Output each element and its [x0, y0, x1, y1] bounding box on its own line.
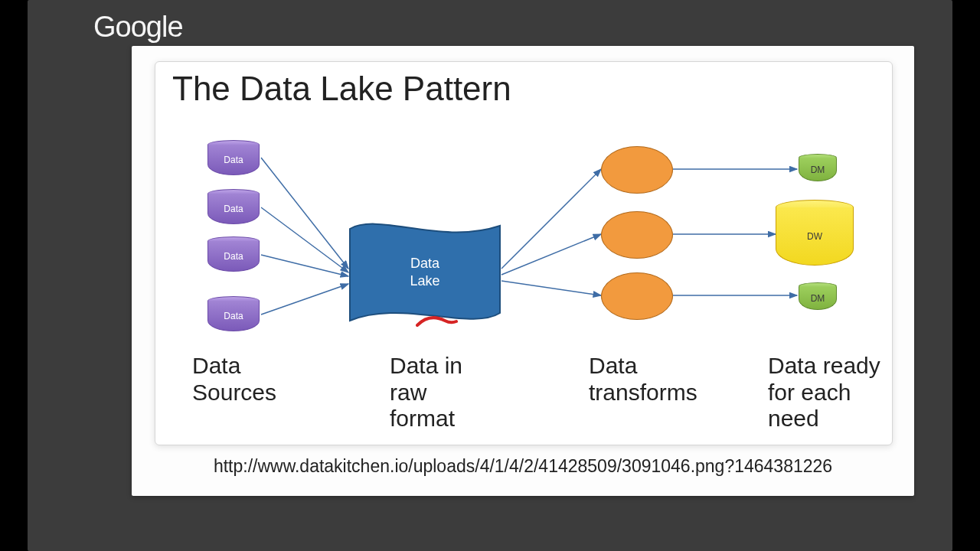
google-watermark: Google [93, 11, 183, 44]
data-lake-label-line1: Data [410, 256, 439, 271]
data-mart-cylinder: DM [799, 154, 837, 181]
data-source-cylinder: Data [207, 236, 260, 272]
svg-line-4 [501, 169, 601, 269]
data-warehouse-label: DW [807, 231, 822, 242]
data-source-cylinder: Data [207, 140, 260, 175]
data-lake-label-line2: Lake [410, 273, 439, 289]
data-warehouse-cylinder: DW [776, 200, 854, 266]
svg-line-0 [261, 158, 348, 269]
slide-source-caption: http://www.datakitchen.io/uploads/4/1/4/… [132, 456, 914, 477]
column-label-sources: Data Sources [192, 353, 292, 406]
data-source-label: Data [224, 204, 243, 214]
svg-line-3 [261, 284, 348, 315]
svg-line-1 [261, 207, 348, 272]
slide-inner-card: The Data Lake Pattern [155, 61, 893, 445]
svg-line-6 [501, 281, 601, 295]
data-source-cylinder: Data [207, 296, 260, 331]
svg-line-5 [501, 234, 601, 275]
svg-line-2 [261, 255, 348, 276]
transform-node [601, 272, 673, 320]
data-mart-label: DM [811, 293, 825, 304]
data-lake-shape: Data Lake [348, 215, 501, 330]
red-annotation-squiggle [416, 315, 458, 328]
slide-outer-card: The Data Lake Pattern [132, 46, 914, 496]
column-label-transforms: Data transforms [589, 353, 727, 406]
transform-node [601, 211, 673, 259]
video-stage: Google The Data Lake Pattern [28, 0, 952, 551]
data-mart-label: DM [811, 165, 825, 175]
data-source-label: Data [224, 155, 243, 165]
slide-title: The Data Lake Pattern [172, 70, 511, 108]
data-source-label: Data [224, 311, 243, 321]
data-source-label: Data [224, 251, 243, 262]
column-label-ready: Data ready for each need [768, 353, 890, 432]
diagram-area: Data Data Data Data Data [155, 123, 892, 345]
data-source-cylinder: Data [207, 189, 260, 224]
column-label-raw: Data in raw format [390, 353, 497, 432]
transform-node [601, 146, 673, 194]
data-mart-cylinder: DM [799, 282, 837, 310]
